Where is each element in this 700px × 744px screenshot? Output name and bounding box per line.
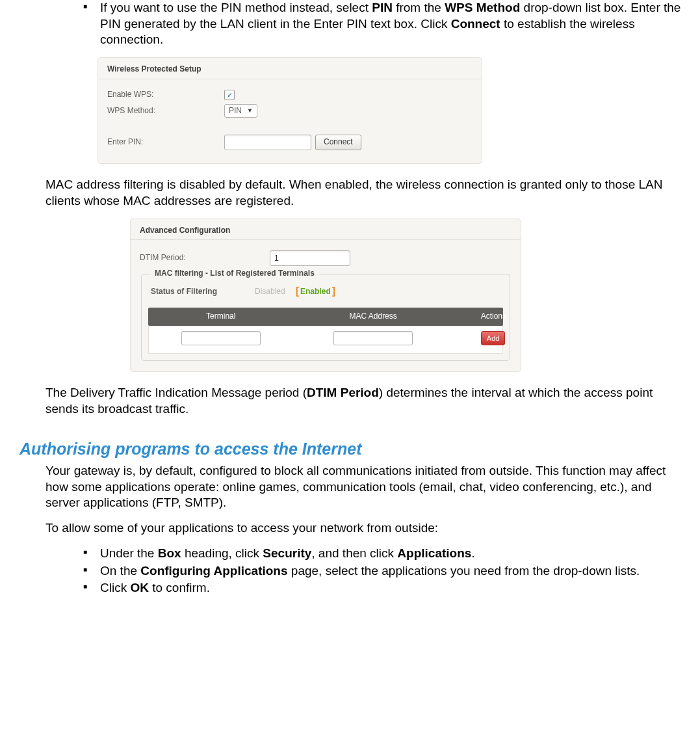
mac-address-input[interactable] (333, 331, 413, 345)
wps-panel: Wireless Protected Setup Enable WPS: ✓ W… (97, 57, 482, 164)
bracket-left-icon: [ (294, 285, 300, 299)
gateway-paragraph: Your gateway is, by default, configured … (45, 463, 687, 511)
mac-filtering-fieldset: MAC filtering - List of Registered Termi… (141, 274, 510, 361)
col-actions: Actions (453, 308, 534, 326)
status-enabled-option[interactable]: [ Enabled ] (294, 285, 337, 299)
chevron-down-icon: ▼ (247, 107, 253, 115)
wps-method-select[interactable]: PIN ▼ (224, 104, 257, 118)
wps-method-label: WPS Method: (107, 106, 224, 116)
enter-pin-input[interactable] (224, 135, 311, 150)
bracket-right-icon: ] (331, 285, 337, 299)
mac-filtering-paragraph: MAC address filtering is disabled by def… (45, 177, 687, 209)
enabled-text: Enabled (300, 287, 331, 297)
panel-title: Advanced Configuration (131, 219, 521, 241)
mac-table-row: Add (148, 326, 503, 354)
text: , and then click (311, 546, 397, 560)
dtim-period-input[interactable]: 1 (270, 250, 350, 266)
bold: Configuring Applications (140, 564, 287, 578)
text: On the (100, 564, 140, 578)
text: . (471, 546, 474, 560)
text: If you want to use the PIN method instea… (100, 1, 372, 14)
section-heading-authorising: Authorising programs to access the Inter… (19, 438, 687, 460)
bold: Connect (451, 17, 500, 31)
terminal-input[interactable] (181, 331, 261, 345)
text: to confirm. (149, 581, 210, 594)
text: from the (393, 1, 445, 14)
bullet-configuring-apps: On the Configuring Applications page, se… (83, 563, 687, 579)
add-button[interactable]: Add (481, 331, 506, 345)
wps-method-value: PIN (229, 106, 242, 116)
fieldset-legend: MAC filtering - List of Registered Termi… (151, 269, 318, 279)
bold: DTIM Period (307, 386, 379, 399)
bullet-click-ok: Click OK to confirm. (83, 580, 687, 596)
text: Under the (100, 546, 158, 560)
bold: OK (130, 581, 149, 594)
enable-wps-label: Enable WPS: (107, 90, 224, 100)
text: The Delivery Traffic Indication Message … (45, 386, 307, 399)
status-disabled-option[interactable]: Disabled (255, 287, 285, 297)
connect-button[interactable]: Connect (315, 135, 361, 150)
status-label: Status of Filtering (151, 287, 255, 297)
col-terminal: Terminal (148, 308, 293, 326)
col-mac: MAC Address (293, 308, 452, 326)
bold: Applications (397, 546, 471, 560)
bold: PIN (372, 1, 393, 14)
text: Click (100, 581, 130, 594)
text: page, select the applications you need f… (288, 564, 640, 578)
allow-paragraph: To allow some of your applications to ac… (45, 520, 687, 537)
bold: Box (158, 546, 181, 560)
advanced-config-panel: Advanced Configuration DTIM Period: 1 MA… (130, 219, 521, 373)
bullet-security-path: Under the Box heading, click Security, a… (83, 546, 687, 562)
panel-title: Wireless Protected Setup (98, 58, 482, 79)
dtim-period-label: DTIM Period: (140, 253, 270, 263)
dtim-paragraph: The Delivery Traffic Indication Message … (45, 385, 687, 417)
enter-pin-label: Enter PIN: (107, 137, 224, 148)
mac-table-header: Terminal MAC Address Actions (148, 308, 503, 326)
enable-wps-checkbox[interactable]: ✓ (224, 90, 235, 100)
bold: Security (263, 546, 311, 560)
bold: WPS Method (445, 1, 520, 14)
bullet-pin-method: If you want to use the PIN method instea… (83, 0, 687, 48)
text: heading, click (181, 546, 263, 560)
